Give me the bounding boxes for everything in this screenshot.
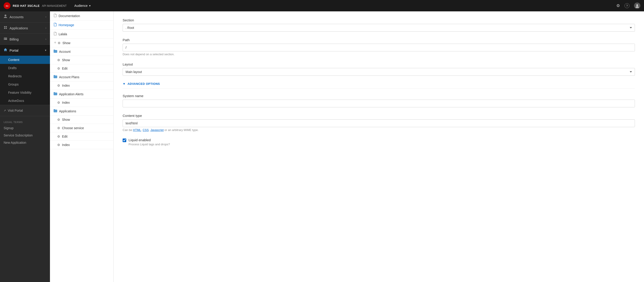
gear-icon-show1: ⚙ — [54, 41, 61, 45]
sidebar-item-feature-visibility[interactable]: Feature Visibility — [0, 88, 50, 97]
layout-select[interactable]: Main layout — [122, 68, 635, 76]
sidebar-item-drafts[interactable]: Drafts — [0, 64, 50, 72]
path-field-group: Path Does not depend on a selected secti… — [122, 38, 635, 56]
system-name-field-group: System name — [122, 94, 635, 107]
tree-folder-account-plans-label: Account Plans — [59, 75, 80, 79]
sidebar-link-new-application[interactable]: New Application — [0, 139, 50, 146]
gear-icon-account-show: ⚙ — [57, 58, 60, 62]
billing-icon — [4, 37, 7, 41]
section-select[interactable]: . Root — [122, 24, 635, 32]
gear-icon-account-edit: ⚙ — [57, 67, 60, 70]
advanced-options-toggle[interactable]: ▼ ADVANCED OPTIONS — [122, 82, 635, 88]
tree-item-account-show[interactable]: ⚙ Show — [50, 56, 113, 64]
tree-item-applications-index[interactable]: ⚙ Index — [50, 141, 113, 149]
billing-chevron: › — [46, 38, 46, 41]
css-link[interactable]: CSS — [142, 128, 149, 132]
tree-folder-account-label: Account — [59, 50, 70, 53]
tree-item-account-plans-index[interactable]: ⚙ Index — [50, 81, 113, 90]
sidebar-drafts-label: Drafts — [8, 66, 16, 70]
sidebar-groups-label: Groups — [8, 83, 18, 86]
settings-icon[interactable]: ⚙ — [616, 3, 620, 8]
tree-item-choose-service-label: Choose service — [62, 126, 84, 130]
svg-point-3 — [636, 6, 639, 8]
liquid-enabled-group: Liquid enabled Process Liquid tags and d… — [122, 138, 635, 146]
audience-menu[interactable]: Audience ▼ — [72, 3, 93, 9]
advanced-options-divider: ▼ ADVANCED OPTIONS — [122, 82, 635, 88]
sidebar-item-accounts[interactable]: Accounts › — [0, 11, 50, 22]
folder-icon-application-alerts — [54, 92, 57, 96]
svg-text:RH: RH — [6, 5, 8, 7]
sidebar-section-applications: Applications › — [0, 23, 50, 34]
gear-icon-applications-index: ⚙ — [57, 143, 60, 147]
svg-rect-4 — [4, 38, 7, 40]
gear-icon-application-alerts-index: ⚙ — [57, 101, 60, 104]
tree-item-documentation[interactable]: Documentation — [50, 11, 113, 21]
system-name-input[interactable] — [122, 100, 635, 107]
tree-item-applications-index-label: Index — [62, 143, 70, 147]
tree-item-lalala-label: Lalala — [58, 32, 67, 36]
liquid-enabled-label[interactable]: Liquid enabled — [128, 138, 151, 142]
sidebar-item-redirects[interactable]: Redirects — [0, 72, 50, 80]
sidebar-item-portal-label: Portal — [10, 48, 18, 52]
tree-item-show-1[interactable]: ⚙ Show — [50, 39, 113, 47]
tree-item-application-alerts-index[interactable]: ⚙ Index — [50, 98, 113, 107]
section-label: Section — [122, 18, 635, 22]
tree-item-applications-show[interactable]: ⚙ Show — [50, 115, 113, 124]
applications-icon — [4, 26, 7, 30]
sidebar-item-billing[interactable]: Billing › — [0, 34, 50, 45]
visit-portal-section: ↗ Visit Portal — [0, 105, 50, 116]
tree-item-account-edit[interactable]: ⚙ Edit — [50, 64, 113, 73]
advanced-options-label: ADVANCED OPTIONS — [128, 82, 160, 85]
gear-icon-applications-edit: ⚙ — [57, 135, 60, 138]
content-area: Documentation Homepage Lalala ⚙ Sh — [50, 11, 644, 282]
tree-item-account-plans-index-label: Index — [62, 84, 70, 87]
content-type-input[interactable] — [122, 119, 635, 127]
sidebar-item-applications-label: Applications — [10, 26, 28, 30]
javascript-link[interactable]: Javascript — [150, 128, 164, 132]
main-container: Accounts › Applications › — [0, 11, 644, 282]
tree-folder-account[interactable]: Account — [50, 47, 113, 56]
tree-folder-application-alerts[interactable]: Application Alerts — [50, 90, 113, 98]
visit-portal-label: Visit Portal — [8, 109, 23, 112]
sidebar-item-groups[interactable]: Groups — [0, 80, 50, 88]
tree-item-homepage[interactable]: Homepage — [50, 21, 113, 30]
tree-item-applications-edit-label: Edit — [62, 135, 68, 138]
sidebar-redirects-label: Redirects — [8, 74, 22, 78]
visit-portal-link[interactable]: ↗ Visit Portal — [0, 106, 50, 115]
sidebar-item-applications[interactable]: Applications › — [0, 23, 50, 33]
sidebar-section-accounts: Accounts › — [0, 11, 50, 23]
help-icon[interactable]: ? — [624, 3, 630, 8]
brand-name: RED HAT 3SCALE API MANAGEMENT — [13, 4, 66, 8]
sidebar-item-activedocs[interactable]: ActiveDocs — [0, 97, 50, 105]
sidebar-item-billing-label: Billing — [10, 37, 18, 41]
sidebar-item-content[interactable]: Content — [0, 56, 50, 64]
top-nav-right: ⚙ ? — [616, 3, 640, 9]
tree-item-homepage-label: Homepage — [58, 23, 74, 27]
sidebar-link-signup[interactable]: Signup — [0, 124, 50, 132]
liquid-enabled-checkbox[interactable] — [122, 138, 126, 142]
applications-chevron: › — [46, 26, 46, 30]
gear-icon-applications-show: ⚙ — [57, 118, 60, 121]
svg-rect-5 — [4, 39, 5, 39]
path-input[interactable] — [122, 44, 635, 51]
tree-item-applications-edit[interactable]: ⚙ Edit — [50, 132, 113, 141]
sidebar-item-accounts-label: Accounts — [10, 15, 24, 19]
path-label: Path — [122, 38, 635, 42]
sidebar-item-portal[interactable]: Portal ▾ — [0, 45, 50, 56]
tree-item-applications-show-label: Show — [62, 118, 70, 121]
chevron-down-icon: ▼ — [89, 5, 91, 7]
brand-subtitle: API MANAGEMENT — [42, 4, 67, 8]
file-icon — [54, 14, 57, 18]
liquid-enabled-checkbox-group: Liquid enabled Process Liquid tags and d… — [122, 138, 635, 146]
html-link[interactable]: HTML — [133, 128, 141, 132]
tree-folder-account-plans[interactable]: Account Plans — [50, 73, 113, 81]
accounts-chevron: › — [46, 15, 46, 19]
tree-folder-applications[interactable]: Applications — [50, 107, 113, 115]
layout-label: Layout — [122, 62, 635, 66]
tree-item-applications-choose-service[interactable]: ⚙ Choose service — [50, 124, 113, 132]
content-type-field-group: Content type Can be HTML, CSS, Javascrip… — [122, 114, 635, 132]
tree-item-lalala[interactable]: Lalala — [50, 30, 113, 39]
liquid-enabled-hint: Process Liquid tags and drops? — [128, 143, 170, 146]
sidebar-link-service-subscription[interactable]: Service Subscription — [0, 132, 50, 139]
avatar[interactable] — [634, 3, 640, 9]
